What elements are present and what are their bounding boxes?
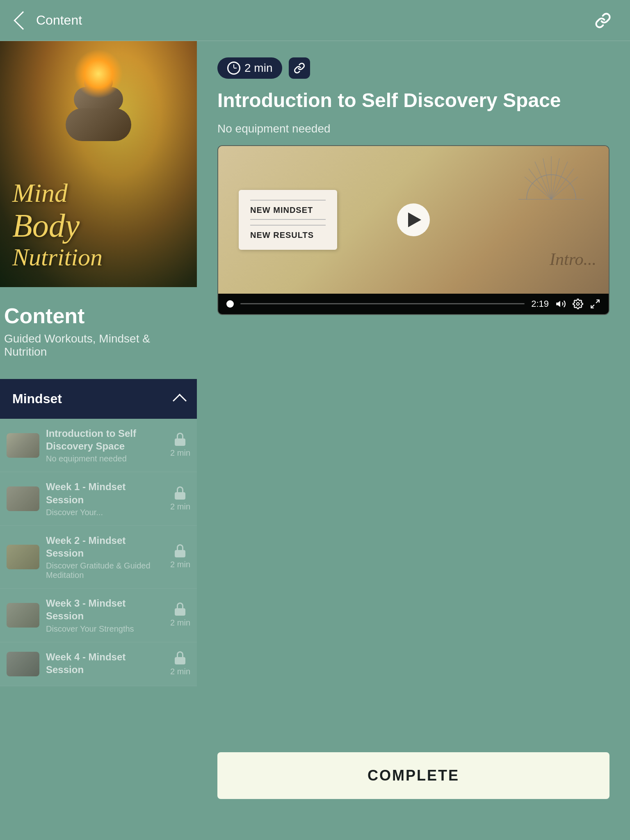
header: Content xyxy=(0,0,630,41)
hero-mind-text: Mind xyxy=(12,179,185,208)
share-button[interactable] xyxy=(592,10,614,31)
lesson-thumb-3 xyxy=(7,545,39,569)
mindset-section-header[interactable]: Mindset xyxy=(0,379,197,419)
sun-glow xyxy=(74,49,123,98)
spacer xyxy=(217,325,609,734)
play-icon xyxy=(408,212,421,227)
video-thumbnail: NEW MINDSET NEW RESULTS xyxy=(218,146,609,294)
video-title: Introduction to Self Discovery Space xyxy=(217,89,609,112)
notebook-text-2: NEW RESULTS xyxy=(250,231,326,240)
lesson-desc-3: Discover Gratitude & Guided Meditation xyxy=(46,561,164,580)
lesson-thumb-bg-4 xyxy=(7,603,39,628)
complete-button[interactable]: COMPLETE xyxy=(217,752,609,799)
lesson-duration-1: 2 min xyxy=(170,448,190,458)
lesson-desc-2: Discover Your... xyxy=(46,508,164,517)
lesson-title-2: Week 1 - Mindset Session xyxy=(46,480,164,506)
settings-icon[interactable] xyxy=(573,299,583,309)
lock-shackle-3 xyxy=(177,544,183,550)
mindset-title: Mindset xyxy=(12,391,62,406)
link-icon xyxy=(294,62,305,74)
notebook-line-2 xyxy=(250,219,326,220)
hero-nutrition-text: Nutrition xyxy=(12,244,185,271)
lesson-info-3: Week 2 - Mindset Session Discover Gratit… xyxy=(46,534,164,580)
lock-icon-5 xyxy=(175,651,186,664)
lesson-lock-4: 2 min xyxy=(170,603,190,628)
lesson-thumb-bg-1 xyxy=(7,433,39,458)
link-badge-button[interactable] xyxy=(289,57,310,79)
right-column: 2 min Introduction to Self Discovery Spa… xyxy=(197,41,630,840)
left-column: Mind Body Nutrition Content Guided Worko… xyxy=(0,41,197,840)
lesson-thumb-1 xyxy=(7,433,39,458)
lock-icon-4 xyxy=(175,603,186,616)
main-layout: Mind Body Nutrition Content Guided Worko… xyxy=(0,41,630,840)
notebook-text-1: NEW MINDSET xyxy=(250,205,326,215)
volume-icon[interactable] xyxy=(555,299,566,309)
chevron-up-icon xyxy=(173,394,187,408)
lesson-thumb-5 xyxy=(7,652,39,676)
lesson-desc-4: Discover Your Strengths xyxy=(46,624,164,634)
lesson-item-4[interactable]: Week 3 - Mindset Session Discover Your S… xyxy=(0,589,197,642)
lesson-lock-3: 2 min xyxy=(170,544,190,569)
lesson-info-4: Week 3 - Mindset Session Discover Your S… xyxy=(46,597,164,633)
lesson-thumb-bg-5 xyxy=(7,652,39,676)
back-label: Content xyxy=(36,13,82,28)
lesson-duration-2: 2 min xyxy=(170,502,190,511)
lesson-title-5: Week 4 - Mindset Session xyxy=(46,651,164,676)
lesson-duration-3: 2 min xyxy=(170,560,190,569)
content-title: Content xyxy=(4,304,193,328)
lesson-title-1: Introduction to Self Discovery Space xyxy=(46,427,164,452)
lock-shackle-5 xyxy=(177,651,183,657)
lock-body-3 xyxy=(175,550,185,557)
video-controls: 2:19 xyxy=(218,294,609,314)
play-button[interactable] xyxy=(397,203,430,236)
complete-section: COMPLETE xyxy=(217,744,609,824)
lock-shackle-4 xyxy=(177,603,183,608)
notebook-line-1 xyxy=(250,200,326,201)
rocks-visual xyxy=(66,74,131,141)
lesson-info-1: Introduction to Self Discovery Space No … xyxy=(46,427,164,463)
hero-body-text: Body xyxy=(12,208,185,244)
lesson-thumb-4 xyxy=(7,603,39,628)
duration-label: 2 min xyxy=(244,62,272,75)
lesson-info-2: Week 1 - Mindset Session Discover Your..… xyxy=(46,480,164,517)
lesson-title-4: Week 3 - Mindset Session xyxy=(46,597,164,622)
video-player[interactable]: NEW MINDSET NEW RESULTS xyxy=(217,145,609,315)
sun-decoration xyxy=(518,154,584,203)
lesson-lock-5: 2 min xyxy=(170,651,190,676)
lock-body-4 xyxy=(175,608,185,616)
lesson-item-3[interactable]: Week 2 - Mindset Session Discover Gratit… xyxy=(0,526,197,589)
svg-line-12 xyxy=(596,300,599,303)
video-description: No equipment needed xyxy=(217,122,609,135)
back-button[interactable]: Content xyxy=(16,13,82,28)
lesson-list: Introduction to Self Discovery Space No … xyxy=(0,419,197,686)
lesson-title-3: Week 2 - Mindset Session xyxy=(46,534,164,559)
notebook-line-3 xyxy=(250,225,326,226)
lesson-thumb-bg-3 xyxy=(7,545,39,569)
svg-line-13 xyxy=(591,305,594,308)
notebook-visual: NEW MINDSET NEW RESULTS xyxy=(239,190,337,250)
lock-icon-1 xyxy=(175,433,186,446)
svg-marker-10 xyxy=(556,301,560,307)
rock-bot xyxy=(66,108,131,141)
fullscreen-icon[interactable] xyxy=(590,299,600,309)
lock-icon-3 xyxy=(175,544,186,557)
duration-badge: 2 min xyxy=(217,57,282,79)
progress-bar[interactable] xyxy=(240,303,525,304)
lesson-item-2[interactable]: Week 1 - Mindset Session Discover Your..… xyxy=(0,472,197,525)
lesson-desc-1: No equipment needed xyxy=(46,454,164,463)
time-display: 2:19 xyxy=(531,299,549,309)
lock-body-5 xyxy=(175,657,185,664)
lock-shackle-2 xyxy=(177,486,183,492)
lock-body-2 xyxy=(175,492,185,500)
lesson-lock-1: 2 min xyxy=(170,433,190,458)
clock-icon xyxy=(227,62,240,75)
lock-shackle-1 xyxy=(177,433,183,438)
lesson-item-1[interactable]: Introduction to Self Discovery Space No … xyxy=(0,419,197,472)
hero-image: Mind Body Nutrition xyxy=(0,41,197,287)
progress-dot[interactable] xyxy=(226,300,234,308)
lock-icon-2 xyxy=(175,486,186,500)
lesson-item-5[interactable]: Week 4 - Mindset Session 2 min xyxy=(0,642,197,686)
content-subtitle: Guided Workouts, Mindset & Nutrition xyxy=(4,332,193,358)
hero-text-container: Mind Body Nutrition xyxy=(0,162,197,287)
lesson-duration-4: 2 min xyxy=(170,618,190,628)
